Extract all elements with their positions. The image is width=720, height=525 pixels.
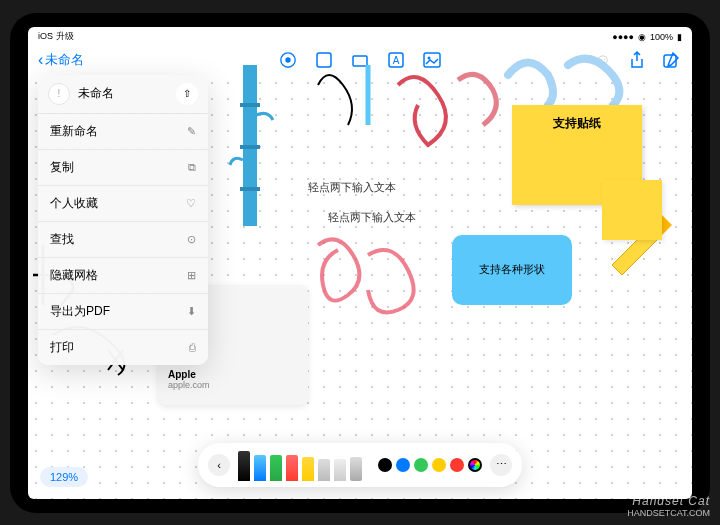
svg-rect-12 xyxy=(243,191,257,226)
wifi-icon: ◉ xyxy=(638,32,646,42)
center-toolbar: A xyxy=(277,49,443,71)
palette-more-icon[interactable]: ⋯ xyxy=(490,454,512,476)
nav-bar: ‹ 未命名 A ☺ xyxy=(28,45,692,75)
emoji-icon[interactable]: ☺ xyxy=(592,49,614,71)
text-tool-icon[interactable]: A xyxy=(385,49,407,71)
shape-text: 支持各种形状 xyxy=(479,262,545,277)
menu-header: ! 未命名 ⇧ xyxy=(38,75,208,114)
right-toolbar: ☺ xyxy=(592,49,682,71)
menu-item-favorite[interactable]: 个人收藏 ♡ xyxy=(38,186,208,222)
color-picker xyxy=(378,458,482,472)
crayon-tool[interactable] xyxy=(286,455,298,481)
shape-rounded-rect[interactable]: 支持各种形状 xyxy=(452,235,572,305)
menu-item-rename[interactable]: 重新命名 ✎ xyxy=(38,114,208,150)
status-right: ●●●● ◉ 100% ▮ xyxy=(612,32,682,42)
compose-icon[interactable] xyxy=(660,49,682,71)
color-red[interactable] xyxy=(450,458,464,472)
share-icon[interactable] xyxy=(626,49,648,71)
chevron-left-icon: ‹ xyxy=(38,51,43,69)
menu-item-export-pdf[interactable]: 导出为PDF ⬇ xyxy=(38,294,208,330)
lasso-tool[interactable] xyxy=(334,459,346,481)
download-icon: ⬇ xyxy=(187,305,196,318)
menu-title: 未命名 xyxy=(78,85,168,102)
svg-rect-3 xyxy=(353,56,367,66)
color-green[interactable] xyxy=(414,458,428,472)
copy-icon: ⧉ xyxy=(188,161,196,174)
svg-rect-15 xyxy=(240,187,260,191)
svg-point-7 xyxy=(428,56,431,59)
canvas[interactable]: 支持贴纸 支持各种形状 轻点两下输入文本 轻点两下输入文本 Apple xyxy=(28,75,692,499)
screen: iOS 升级 ●●●● ◉ 100% ▮ ‹ 未命名 xyxy=(28,27,692,499)
shape-tool-icon[interactable] xyxy=(349,49,371,71)
back-label: 未命名 xyxy=(45,51,84,69)
color-black[interactable] xyxy=(378,458,392,472)
apple-card-title: Apple xyxy=(168,369,298,380)
highlighter-tool[interactable] xyxy=(270,455,282,481)
svg-rect-10 xyxy=(243,107,257,147)
text-placeholder-1[interactable]: 轻点两下输入文本 xyxy=(308,180,396,195)
menu-item-hide-grid[interactable]: 隐藏网格 ⊞ xyxy=(38,258,208,294)
battery-icon: ▮ xyxy=(677,32,682,42)
svg-rect-14 xyxy=(240,145,260,149)
color-wheel-icon[interactable] xyxy=(468,458,482,472)
signal-icon: ●●●● xyxy=(612,32,634,42)
sticky-note-small[interactable] xyxy=(602,180,662,240)
grid-icon: ⊞ xyxy=(187,269,196,282)
pen-tool[interactable] xyxy=(238,451,250,481)
pen-tools xyxy=(238,449,362,481)
pen-tool-icon[interactable] xyxy=(277,49,299,71)
board-menu: ! 未命名 ⇧ 重新命名 ✎ 复制 ⧉ 个人收藏 ♡ 查找 xyxy=(38,75,208,365)
svg-point-1 xyxy=(285,57,290,62)
heart-icon: ♡ xyxy=(186,197,196,210)
sticky-tool-icon[interactable] xyxy=(313,49,335,71)
svg-text:A: A xyxy=(393,55,400,66)
apple-card-subtitle: apple.com xyxy=(168,380,298,390)
svg-rect-2 xyxy=(317,53,331,67)
board-thumbnail-icon: ! xyxy=(48,83,70,105)
print-icon: ⎙ xyxy=(189,341,196,353)
eraser-tool[interactable] xyxy=(318,459,330,481)
pencil-icon: ✎ xyxy=(187,125,196,138)
menu-item-print[interactable]: 打印 ⎙ xyxy=(38,330,208,365)
svg-rect-11 xyxy=(243,149,257,189)
search-icon: ⊙ xyxy=(187,233,196,246)
red-scribble xyxy=(298,225,458,345)
zoom-level[interactable]: 129% xyxy=(40,467,88,487)
palette-close-icon[interactable]: ‹ xyxy=(208,454,230,476)
menu-item-duplicate[interactable]: 复制 ⧉ xyxy=(38,150,208,186)
media-tool-icon[interactable] xyxy=(421,49,443,71)
battery-percent: 100% xyxy=(650,32,673,42)
watermark: Handset Cat HANDSETCAT.COM xyxy=(627,494,710,519)
status-left: iOS 升级 xyxy=(38,30,74,43)
drawing-palette: ‹ ⋯ xyxy=(198,443,522,487)
back-button[interactable]: ‹ 未命名 xyxy=(38,51,84,69)
bamboo-drawing xyxy=(228,65,278,245)
marker-tool[interactable] xyxy=(254,455,266,481)
status-bar: iOS 升级 ●●●● ◉ 100% ▮ xyxy=(28,27,692,45)
svg-rect-13 xyxy=(240,103,260,107)
color-yellow[interactable] xyxy=(432,458,446,472)
color-blue[interactable] xyxy=(396,458,410,472)
menu-share-icon[interactable]: ⇧ xyxy=(176,83,198,105)
text-placeholder-2[interactable]: 轻点两下输入文本 xyxy=(328,210,416,225)
ruler-tool[interactable] xyxy=(350,457,362,481)
sticky-note-text: 支持贴纸 xyxy=(553,115,601,132)
svg-rect-9 xyxy=(243,65,257,105)
ipad-frame: iOS 升级 ●●●● ◉ 100% ▮ ‹ 未命名 xyxy=(10,13,710,513)
menu-item-find[interactable]: 查找 ⊙ xyxy=(38,222,208,258)
pencil-tool[interactable] xyxy=(302,457,314,481)
